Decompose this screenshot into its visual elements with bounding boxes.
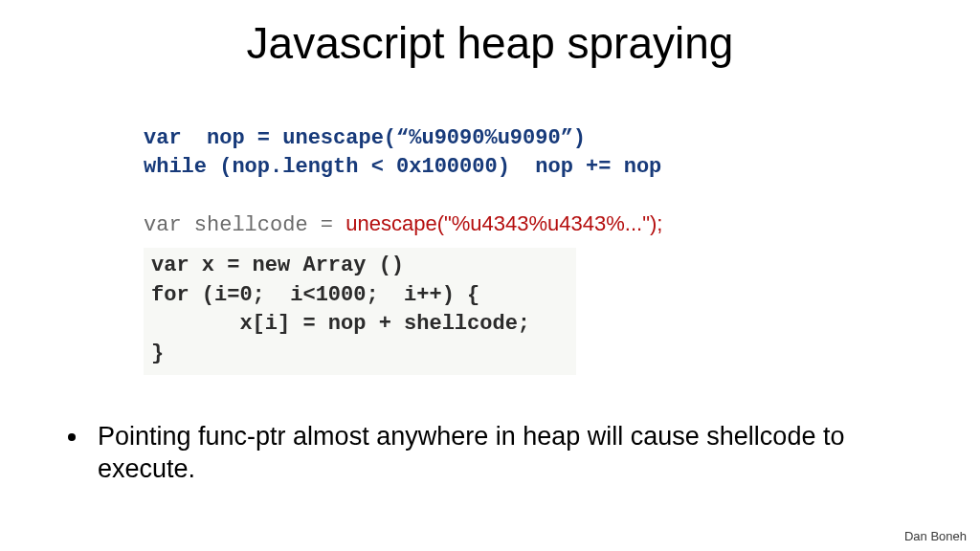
footer-author: Dan Boneh: [904, 529, 967, 543]
code-line-2: while (nop.length < 0x100000) nop += nop: [144, 155, 661, 179]
code-box: var x = new Array () for (i=0; i<1000; i…: [144, 248, 576, 375]
code-line-3b: unescape("%u4343%u4343%...");: [345, 211, 662, 235]
code-block: var nop = unescape(“%u9090%u9090”) while…: [144, 124, 842, 375]
bullet-list: Pointing func-ptr almost anywhere in hea…: [63, 421, 894, 486]
code-line-1: var nop = unescape(“%u9090%u9090”): [144, 126, 586, 150]
slide: Javascript heap spraying var nop = unesc…: [0, 0, 980, 551]
slide-title: Javascript heap spraying: [0, 17, 980, 69]
bullet-item-1: Pointing func-ptr almost anywhere in hea…: [90, 421, 894, 486]
code-line-3a: var shellcode =: [144, 213, 345, 237]
